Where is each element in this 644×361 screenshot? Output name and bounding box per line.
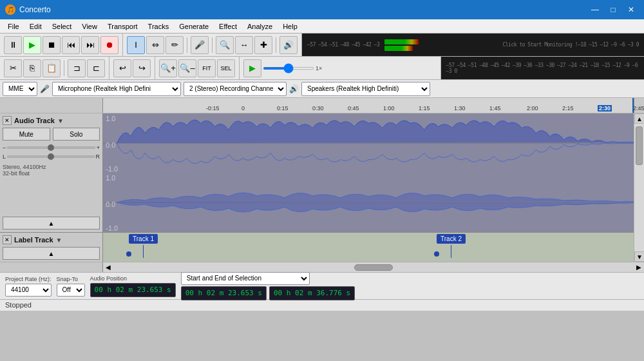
zoom-tool-button[interactable]: 🔍	[216, 36, 234, 54]
label-dot-2	[434, 251, 439, 257]
svg-text:-1.0: -1.0	[106, 224, 118, 232]
svg-text:1.0: 1.0	[106, 175, 115, 182]
toolbar-sep-3	[276, 37, 276, 53]
menu-generate[interactable]: Generate	[174, 21, 214, 32]
gain-slider[interactable]	[7, 146, 95, 149]
skip-forward-button[interactable]: ⏭	[81, 36, 99, 54]
bottom-status: Stopped	[0, 299, 644, 311]
record-button[interactable]: ⏺	[100, 36, 118, 54]
vu-scale-top: –57 –54 –51 –48 –45 –42 –3	[307, 42, 379, 48]
menu-analyze[interactable]: Analyze	[242, 21, 278, 32]
gain-tool-button[interactable]: 🔊	[279, 36, 298, 54]
silence-button[interactable]: ⊏	[87, 59, 105, 77]
envelope-tool-button[interactable]: ⇔	[146, 36, 164, 54]
copy-button[interactable]: ⎘	[23, 59, 41, 77]
selection-end-display: 00 h 02 m 36.776 s	[269, 286, 355, 300]
zoom-out-button[interactable]: 🔍–	[178, 59, 196, 77]
host-select[interactable]: MME	[3, 82, 37, 96]
app-icon: 🎵	[5, 5, 15, 15]
track-dropdown-arrow[interactable]: ▼	[57, 117, 64, 124]
project-rate-group: Project Rate (Hz): 44100	[5, 276, 52, 297]
menu-transport[interactable]: Transport	[102, 21, 143, 32]
v-scroll-down[interactable]: ▼	[634, 251, 644, 262]
maximize-button[interactable]: □	[605, 3, 621, 16]
zoom-sel-button[interactable]: SEL	[217, 59, 235, 77]
svg-text:-1.0: -1.0	[106, 165, 118, 173]
multi-tool-button[interactable]: ✚	[254, 36, 272, 54]
v-scroll-up[interactable]: ▲	[634, 113, 644, 124]
ruler-mark-9: 2:00	[527, 105, 538, 112]
draw-tool-button[interactable]: ✏	[166, 36, 184, 54]
audio-position-label: Audio Position	[90, 275, 176, 282]
h-scroll-right-arrow[interactable]: ▶	[636, 264, 641, 271]
pan-r-label: R	[96, 153, 100, 160]
play-button[interactable]: ▶	[23, 36, 41, 54]
mic-device-select[interactable]: Microphone (Realtek High Defini	[52, 82, 181, 96]
project-rate-select[interactable]: 44100	[5, 284, 52, 297]
skip-back-button[interactable]: ⏮	[62, 36, 80, 54]
time-ruler[interactable]: -0:15 0 0:15 0:30 0:45 1:00 1:15 1:30 1:…	[0, 98, 644, 113]
mic-button[interactable]: 🎤	[191, 36, 209, 54]
paste-button[interactable]: 📋	[43, 59, 61, 77]
label-track-content[interactable]: Track 1 Track 2	[103, 233, 634, 262]
redo-button[interactable]: ↪	[133, 59, 151, 77]
v-scroll-thumb[interactable]	[636, 126, 643, 165]
track-waveform[interactable]: 1.0 0.0 -1.0 1.0 0.0 -1.0	[103, 113, 634, 232]
speed-label: 1×	[316, 65, 322, 72]
tracks-area: ✕ Audio Track ▼ Mute Solo – + L R	[0, 113, 644, 262]
label-flag-track1[interactable]: Track 1	[129, 234, 158, 244]
toolbar-row-1: ⏸ ▶ ⏹ ⏮ ⏭ ⏺ I ⇔ ✏ 🎤 🔍 ↔ ✚ 🔊 –57 –54 –51 …	[0, 34, 644, 57]
ruler-mark-10: 2:15	[562, 105, 574, 112]
menu-file[interactable]: File	[3, 21, 24, 32]
h-scrollbar[interactable]: ◀ ▶	[0, 262, 644, 272]
label-track-expand[interactable]: ▲	[3, 247, 100, 260]
menu-help[interactable]: Help	[278, 21, 303, 32]
h-scroll-bar[interactable]: ◀ ▶	[103, 262, 644, 272]
vu-scale-end: Click to Start Monitoring !–18 –15 –12 –…	[502, 42, 639, 48]
track-expand-button[interactable]: ▲	[3, 217, 100, 229]
undo-button[interactable]: ↩	[113, 59, 131, 77]
menu-view[interactable]: View	[77, 21, 102, 32]
label-flag-track2[interactable]: Track 2	[437, 234, 466, 244]
solo-button[interactable]: Solo	[53, 128, 100, 141]
h-scroll-left-arrow[interactable]: ◀	[106, 264, 111, 271]
v-scrollbar[interactable]: ▲ ▼	[634, 113, 644, 262]
device-toolbar: MME 🎤 Microphone (Realtek High Defini 2 …	[0, 80, 644, 98]
playback-speed-slider[interactable]	[263, 67, 314, 70]
zoom-in-button[interactable]: 🔍+	[159, 59, 177, 77]
menu-tracks[interactable]: Tracks	[143, 21, 175, 32]
project-rate-label: Project Rate (Hz):	[5, 276, 52, 282]
label-marker-track1[interactable]: Track 1	[129, 234, 158, 258]
snap-to-select[interactable]: Off	[57, 284, 85, 297]
menu-effect[interactable]: Effect	[214, 21, 242, 32]
stop-button[interactable]: ⏹	[43, 36, 61, 54]
select-tool-button[interactable]: I	[127, 36, 145, 54]
svg-text:1.0: 1.0	[106, 115, 115, 123]
selection-type-select[interactable]: Start and End of Selection	[181, 272, 310, 285]
minimize-button[interactable]: —	[587, 3, 603, 16]
channels-select[interactable]: 2 (Stereo) Recording Channels	[184, 82, 287, 96]
mute-button[interactable]: Mute	[3, 128, 50, 141]
scissors-button[interactable]: ✂	[4, 59, 22, 77]
menu-edit[interactable]: Edit	[24, 21, 47, 32]
label-track: ✕ Label Track ▼ ▲ Track 1	[0, 233, 634, 262]
track-close-button[interactable]: ✕	[3, 116, 12, 125]
label-marker-track2[interactable]: Track 2	[437, 234, 466, 258]
zoom-fit-button[interactable]: FIT	[198, 59, 216, 77]
label-track-close[interactable]: ✕	[3, 235, 12, 244]
h-scroll-thumb[interactable]	[354, 264, 393, 271]
pause-button[interactable]: ⏸	[4, 36, 22, 54]
ruler-mark-5: 1:00	[383, 105, 395, 112]
timeshift-tool-button[interactable]: ↔	[235, 36, 253, 54]
label-track-arrow[interactable]: ▼	[56, 237, 62, 244]
pan-slider[interactable]	[7, 155, 94, 158]
trim-button[interactable]: ⊐	[68, 59, 86, 77]
playhead	[632, 98, 634, 113]
snap-to-group: Snap-To Off	[57, 276, 85, 297]
v-scroll-track[interactable]	[634, 124, 644, 251]
playback-start-button[interactable]: ▶	[243, 59, 261, 77]
sep-cut	[64, 61, 64, 76]
menu-select[interactable]: Select	[47, 21, 77, 32]
close-button[interactable]: ✕	[623, 3, 639, 16]
speaker-device-select[interactable]: Speakers (Realtek High Definiti)	[301, 82, 430, 96]
